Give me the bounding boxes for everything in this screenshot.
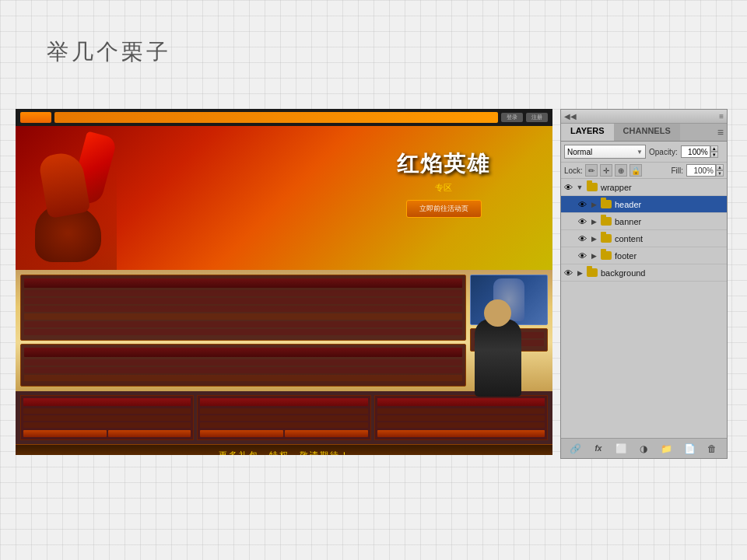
- dark-panel-1: [20, 275, 466, 341]
- layer-visibility-footer[interactable]: 👁: [577, 250, 587, 261]
- fill-input[interactable]: 100%: [686, 164, 716, 177]
- layer-folder-icon-banner: [600, 216, 612, 227]
- panel-tabs: LAYERS CHANNELS ≡: [561, 124, 727, 142]
- promo-header: [200, 398, 367, 406]
- promo-btn[interactable]: [285, 430, 368, 437]
- panel-row: [24, 321, 462, 327]
- promo-row: [23, 408, 191, 414]
- topbar-logo: [20, 112, 51, 123]
- promo-row: [200, 422, 367, 428]
- fill-down-arrow[interactable]: ▼: [716, 170, 724, 177]
- panel-row: [24, 329, 462, 335]
- panel-header-1: [24, 278, 462, 288]
- layer-row-content[interactable]: 👁 ▶ content: [561, 230, 727, 247]
- lock-pixels-btn[interactable]: ✏: [585, 164, 598, 177]
- mask-icon[interactable]: ⬜: [614, 442, 628, 456]
- fill-input-group: 100% ▲ ▼: [686, 164, 724, 177]
- panel-row: [24, 306, 462, 312]
- tab-layers[interactable]: LAYERS: [561, 124, 614, 141]
- promo-btn[interactable]: [23, 430, 107, 437]
- layer-row-background[interactable]: 👁 ▶ background: [561, 264, 727, 282]
- delete-icon[interactable]: 🗑: [705, 442, 719, 456]
- game-preview: 登录 注册 红焰英雄 专区 立即前往活动页: [16, 109, 552, 455]
- opacity-input[interactable]: 100%: [681, 145, 710, 158]
- canvas-area: 登录 注册 红焰英雄 专区 立即前往活动页: [16, 109, 552, 455]
- folder-open-icon: [587, 183, 598, 191]
- page-title: 举几个栗子: [47, 37, 171, 67]
- layer-name-header: header: [615, 200, 725, 209]
- blend-mode-value: Normal: [567, 148, 592, 156]
- opacity-up-arrow[interactable]: ▲: [710, 145, 718, 152]
- layer-visibility-background[interactable]: 👁: [563, 268, 573, 278]
- layer-expand-footer[interactable]: ▶: [590, 250, 598, 261]
- topbar-btn-login[interactable]: 登录: [501, 113, 523, 122]
- layer-row-footer[interactable]: 👁 ▶ footer: [561, 247, 727, 264]
- layer-name-background: background: [601, 268, 725, 278]
- promo-row: [200, 415, 367, 421]
- folder-icon: [601, 251, 612, 260]
- hero-cta-btn[interactable]: 立即前往活动页: [406, 200, 482, 218]
- lock-move-btn[interactable]: ⊕: [615, 164, 627, 177]
- layer-row-header[interactable]: 👁 ▶ header: [561, 196, 727, 213]
- promo-btn-row: [377, 430, 545, 437]
- layer-expand-wrapper[interactable]: ▼: [576, 182, 584, 193]
- warrior-right-figure: [459, 296, 537, 397]
- game-topbar: 登录 注册: [16, 109, 552, 126]
- layer-name-wrapper: wrapper: [601, 183, 725, 192]
- layer-visibility-wrapper[interactable]: 👁: [563, 182, 573, 193]
- new-folder-icon[interactable]: 📁: [660, 442, 674, 456]
- topbar-btn-reg[interactable]: 注册: [526, 113, 548, 122]
- layer-visibility-content[interactable]: 👁: [577, 233, 587, 244]
- promo-btn[interactable]: [108, 430, 191, 437]
- folder-icon: [587, 268, 598, 277]
- panel-row: [24, 298, 462, 304]
- promo-btn[interactable]: [377, 430, 545, 437]
- layer-folder-icon-background: [586, 268, 598, 278]
- hero-sub-title: 专区: [397, 182, 490, 194]
- link-icon[interactable]: 🔗: [569, 442, 583, 456]
- promo-card-2: [197, 395, 370, 440]
- tabs-menu-icon[interactable]: ≡: [714, 124, 727, 141]
- opacity-row: Opacity: 100% ▲ ▼: [649, 145, 724, 158]
- layer-name-banner: banner: [615, 217, 725, 226]
- layers-list: 👁 ▼ wrapper 👁 ▶ header 👁 ▶ banner: [561, 179, 727, 438]
- promo-card-1: [20, 395, 194, 440]
- fill-up-arrow[interactable]: ▲: [716, 164, 724, 170]
- hero-title-area: 红焰英雄 专区 立即前往活动页: [397, 149, 490, 218]
- lock-position-btn[interactable]: ✛: [600, 164, 612, 177]
- promo-header: [377, 398, 545, 406]
- layer-row-wrapper[interactable]: 👁 ▼ wrapper: [561, 179, 727, 196]
- promo-btn[interactable]: [200, 430, 283, 437]
- fx-icon[interactable]: fx: [591, 442, 605, 456]
- hero-main-title: 红焰英雄: [397, 149, 490, 179]
- fill-label: Fill:: [671, 166, 683, 175]
- promo-row: [377, 408, 545, 414]
- opacity-arrows: ▲ ▼: [710, 145, 718, 158]
- layer-row-banner[interactable]: 👁 ▶ banner: [561, 213, 727, 230]
- layer-expand-header[interactable]: ▶: [590, 199, 598, 210]
- layer-expand-banner[interactable]: ▶: [590, 216, 598, 227]
- layer-expand-background[interactable]: ▶: [576, 268, 584, 278]
- blend-mode-row: Normal ▼ Opacity: 100% ▲ ▼: [561, 142, 727, 163]
- tab-channels[interactable]: CHANNELS: [614, 124, 680, 141]
- topbar-nav: [54, 112, 498, 123]
- fill-row: Fill: 100% ▲ ▼: [644, 164, 724, 177]
- promo-btn-row: [23, 430, 191, 437]
- layer-visibility-banner[interactable]: 👁: [577, 216, 587, 227]
- opacity-down-arrow[interactable]: ▼: [710, 152, 718, 158]
- layer-expand-content[interactable]: ▶: [590, 233, 598, 244]
- layer-folder-icon-wrapper: [586, 182, 598, 193]
- opacity-label: Opacity:: [649, 148, 678, 156]
- gift-bar: 更多礼包、特权，敬请期待！: [16, 444, 552, 455]
- adjustment-icon[interactable]: ◑: [637, 442, 651, 456]
- warrior-left: [16, 145, 117, 270]
- blend-mode-select[interactable]: Normal ▼: [564, 145, 646, 159]
- panel-collapse-arrow[interactable]: ◀◀: [564, 112, 577, 121]
- ps-layers-panel: ◀◀ ≡ LAYERS CHANNELS ≡ Normal ▼ Opacity:…: [560, 109, 728, 459]
- lock-all-btn[interactable]: 🔒: [630, 164, 642, 177]
- new-layer-icon[interactable]: 📄: [682, 442, 696, 456]
- layer-visibility-header[interactable]: 👁: [577, 199, 587, 210]
- warrior-head: [484, 299, 511, 327]
- layer-folder-icon-content: [600, 233, 612, 244]
- panel-menu-icon[interactable]: ≡: [719, 112, 724, 121]
